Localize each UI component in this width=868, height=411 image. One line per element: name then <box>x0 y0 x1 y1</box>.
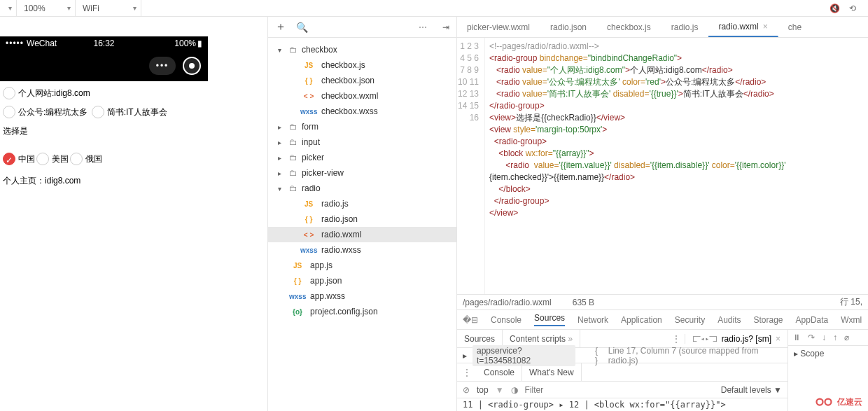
editor-statusbar: /pages/radio/radio.wxml 635 B 行 15, <box>457 294 868 309</box>
simulator-pane: ••••• WeChat 16:32 100%▮ 个人网站:idig8.com … <box>0 17 268 411</box>
file-path-label: /pages/radio/radio.wxml <box>463 298 552 307</box>
context-select[interactable]: top <box>477 385 489 395</box>
more-icon[interactable]: ⋯ <box>419 22 427 32</box>
filetype-icon: JS <box>289 262 306 270</box>
file-nav-icon[interactable]: ⫍◂▸⫎ <box>692 334 718 344</box>
signal-icon: ••••• <box>6 39 24 48</box>
file-node[interactable]: wxssradio.wxss <box>268 242 456 258</box>
cursor-pos-label: 行 15, <box>840 296 862 308</box>
file-node[interactable]: { }radio.json <box>268 211 456 227</box>
file-node[interactable]: JSapp.js <box>268 258 456 273</box>
filetype-icon: { } <box>300 77 317 85</box>
devtools-panel: �⊟ ConsoleSourcesNetworkApplicationSecur… <box>457 309 868 411</box>
folder-node[interactable]: ▾🗀checkbox <box>268 42 456 57</box>
braces-icon[interactable]: { } <box>595 346 603 365</box>
devtools-tab[interactable]: Network <box>578 315 608 325</box>
file-node[interactable]: < >radio.wxml <box>268 227 456 242</box>
nav-toggle-icon[interactable]: ▸ <box>463 351 467 361</box>
file-node[interactable]: JSradio.js <box>268 196 456 211</box>
radio-option[interactable]: 中国 <box>3 151 35 167</box>
devtools-tab[interactable]: Audits <box>718 315 741 325</box>
folder-node[interactable]: ▸🗀picker <box>268 150 456 165</box>
log-levels-select[interactable]: Default levels ▼ <box>721 385 782 395</box>
network-dropdown[interactable]: WiFi▾ <box>78 0 141 16</box>
radio-site[interactable]: 个人网站:idig8.com <box>3 85 90 101</box>
folder-node[interactable]: ▸🗀form <box>268 119 456 134</box>
editor-tab[interactable]: che <box>778 17 812 37</box>
new-file-icon[interactable]: ＋ <box>275 20 286 34</box>
overflow-icon[interactable]: ⋮ <box>668 334 685 344</box>
search-icon[interactable]: 🔍 <box>296 22 308 33</box>
radio-option[interactable]: 美国 <box>36 151 69 167</box>
phone-statusbar: ••••• WeChat 16:32 100%▮ <box>0 36 208 50</box>
file-node[interactable]: JScheckbox.js <box>268 57 456 73</box>
file-explorer: ＋ 🔍 ⋯ ⇥ ▾🗀checkboxJScheckbox.js{ }checkb… <box>268 17 457 411</box>
step-out-icon[interactable]: ↑ <box>833 333 837 342</box>
close-file-icon[interactable]: × <box>776 334 780 344</box>
editor-tab[interactable]: radio.wxml× <box>708 17 778 37</box>
folder-node[interactable]: ▸🗀picker-view <box>268 165 456 181</box>
filetype-icon: wxss <box>289 293 306 300</box>
devtools-tab[interactable]: AppData <box>796 315 829 325</box>
editor-tab[interactable]: radio.json <box>540 17 597 37</box>
zoom-dropdown[interactable]: 100%▾ <box>20 0 76 16</box>
devtools-tab[interactable]: Application <box>621 315 662 325</box>
capsule-menu-button[interactable] <box>149 57 176 75</box>
filetype-icon: JS <box>300 200 317 208</box>
carrier-label: WeChat <box>27 39 57 48</box>
folder-icon: 🗀 <box>289 45 298 55</box>
editor-tab[interactable]: radio.js <box>662 17 709 37</box>
devtools-tab[interactable]: Sources <box>534 313 565 326</box>
toggle-panel-icon[interactable]: ⇥ <box>442 22 449 32</box>
clear-console-icon[interactable]: ⊘ <box>463 385 470 395</box>
scope-section[interactable]: ▸ Scope <box>788 346 868 361</box>
filter-icon[interactable]: ◑ <box>511 385 518 395</box>
filetype-icon: < > <box>300 231 317 239</box>
file-node[interactable]: { }checkbox.json <box>268 73 456 88</box>
console-lower-tab[interactable]: Console <box>477 363 522 381</box>
devtools-tab[interactable]: Console <box>491 315 522 325</box>
whatsnew-lower-tab[interactable]: What's New <box>522 363 582 381</box>
devtools-tab[interactable]: Wxml <box>841 315 862 325</box>
folder-icon: 🗀 <box>289 137 298 147</box>
mute-icon[interactable]: 🔇 <box>829 3 840 14</box>
select-result-label: 选择是 <box>3 123 205 139</box>
folder-node[interactable]: ▾🗀radio <box>268 181 456 196</box>
rotate-icon[interactable]: ⟲ <box>847 3 858 14</box>
radio-wechat[interactable]: 公众号:编程坑太多 <box>3 104 88 120</box>
editor-tab[interactable]: picker-view.wxml <box>457 17 540 37</box>
file-size-label: 635 B <box>573 298 594 307</box>
file-node[interactable]: wxssapp.wxss <box>268 288 456 304</box>
device-dropdown[interactable]: ▾ <box>4 0 17 16</box>
devtools-tab[interactable]: Storage <box>754 315 783 325</box>
filetype-icon: { } <box>289 277 306 285</box>
step-into-icon[interactable]: ↓ <box>822 333 826 342</box>
filetype-icon: { } <box>300 216 317 223</box>
phone-navbar <box>0 50 208 81</box>
close-icon: × <box>763 22 768 32</box>
filetype-icon: < > <box>300 92 317 100</box>
editor-tab[interactable]: checkbox.js <box>597 17 662 37</box>
file-node[interactable]: wxsscheckbox.wxss <box>268 104 456 119</box>
folder-node[interactable]: ▸🗀input <box>268 134 456 150</box>
source-crumb[interactable]: appservice?t=1534581082 <box>472 345 575 366</box>
folder-icon: 🗀 <box>289 183 298 193</box>
file-node[interactable]: < >checkbox.wxml <box>268 88 456 104</box>
console-menu-icon[interactable]: ⋮ <box>457 368 477 377</box>
step-over-icon[interactable]: ↷ <box>808 333 815 342</box>
filter-input[interactable] <box>525 385 651 395</box>
code-area[interactable]: <!--pages/radio/radio.wxml--><radio-grou… <box>485 38 790 294</box>
file-node[interactable]: { }app.json <box>268 273 456 288</box>
radio-option[interactable]: 俄国 <box>70 151 102 167</box>
filetype-icon: wxss <box>300 108 317 116</box>
filetype-icon: {o} <box>289 308 306 316</box>
devtools-tab[interactable]: Security <box>675 315 705 325</box>
file-node[interactable]: {o}project.config.json <box>268 304 456 319</box>
devtools-menu-icon[interactable]: �⊟ <box>463 315 478 325</box>
radio-jianshu[interactable]: 简书:IT人故事会 <box>92 104 167 120</box>
open-file-tab[interactable]: radio.js? [sm] <box>722 334 771 344</box>
deactivate-bp-icon[interactable]: ⌀ <box>844 333 849 342</box>
capsule-close-button[interactable] <box>183 57 201 75</box>
pause-icon[interactable]: ⏸ <box>792 333 801 342</box>
top-toolbar: ▾ 100%▾ WiFi▾ 🔇 ⟲ <box>0 0 868 17</box>
